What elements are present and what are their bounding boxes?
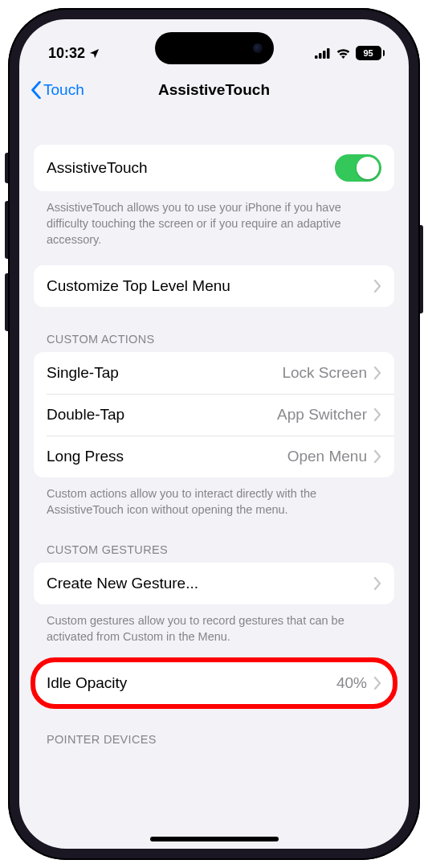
- row-value: App Switcher: [277, 406, 367, 424]
- single-tap-row[interactable]: Single-Tap Lock Screen: [34, 352, 394, 394]
- custom-actions-footer: Custom actions allow you to interact dir…: [34, 477, 394, 518]
- row-label: Double-Tap: [47, 406, 277, 424]
- chevron-right-icon: [373, 280, 381, 293]
- row-label: Idle Opacity: [47, 674, 336, 692]
- chevron-right-icon: [373, 677, 381, 690]
- toggle-switch-on[interactable]: [335, 154, 381, 182]
- svg-rect-0: [315, 55, 318, 59]
- svg-rect-3: [327, 48, 330, 59]
- row-label: Single-Tap: [47, 364, 282, 382]
- status-time: 10:32: [48, 45, 85, 62]
- custom-actions-group: Single-Tap Lock Screen Double-Tap App Sw…: [34, 352, 394, 477]
- pointer-devices-header: Pointer Devices: [34, 704, 394, 752]
- side-button: [420, 225, 423, 313]
- customize-label: Customize Top Level Menu: [47, 277, 373, 295]
- row-label: Create New Gesture...: [47, 575, 373, 592]
- customize-top-level-row[interactable]: Customize Top Level Menu: [34, 265, 394, 307]
- cellular-icon: [315, 47, 331, 59]
- chevron-right-icon: [373, 577, 381, 590]
- custom-actions-header: Custom Actions: [34, 307, 394, 352]
- row-value: Open Menu: [287, 448, 367, 465]
- idle-opacity-highlight: Idle Opacity 40%: [34, 662, 394, 704]
- phone-frame: 10:32: [8, 8, 420, 860]
- volume-down-button: [5, 273, 8, 331]
- row-value: 40%: [336, 674, 367, 692]
- svg-rect-2: [323, 51, 326, 59]
- chevron-right-icon: [373, 366, 381, 379]
- location-icon: [88, 47, 100, 59]
- chevron-left-icon: [31, 81, 42, 99]
- nav-bar: Touch AssistiveTouch: [19, 69, 409, 111]
- home-indicator[interactable]: [150, 837, 279, 841]
- long-press-row[interactable]: Long Press Open Menu: [34, 436, 394, 477]
- mute-switch: [5, 153, 8, 183]
- dynamic-island: [155, 32, 274, 64]
- double-tap-row[interactable]: Double-Tap App Switcher: [34, 394, 394, 436]
- row-value: Lock Screen: [282, 364, 367, 382]
- assistivetouch-label: AssistiveTouch: [47, 159, 335, 177]
- content-scroll[interactable]: AssistiveTouch AssistiveTouch allows you…: [19, 111, 409, 849]
- chevron-right-icon: [373, 408, 381, 421]
- custom-gestures-header: Custom Gestures: [34, 518, 394, 563]
- assistivetouch-toggle-row[interactable]: AssistiveTouch: [34, 145, 394, 191]
- back-button[interactable]: Touch: [31, 81, 84, 99]
- volume-up-button: [5, 201, 8, 259]
- customize-menu-group: Customize Top Level Menu: [34, 265, 394, 307]
- svg-rect-1: [319, 53, 322, 59]
- wifi-icon: [336, 47, 351, 59]
- battery-level: 95: [356, 46, 381, 60]
- screen: 10:32: [19, 19, 409, 849]
- chevron-right-icon: [373, 450, 381, 463]
- back-label: Touch: [43, 81, 84, 99]
- assistivetouch-footer: AssistiveTouch allows you to use your iP…: [34, 191, 394, 248]
- idle-opacity-row[interactable]: Idle Opacity 40%: [34, 662, 394, 704]
- row-label: Long Press: [47, 448, 287, 465]
- custom-gestures-footer: Custom gestures allow you to record gest…: [34, 604, 394, 645]
- assistivetouch-group: AssistiveTouch: [34, 145, 394, 191]
- idle-opacity-group: Idle Opacity 40%: [34, 662, 394, 704]
- custom-gestures-group: Create New Gesture...: [34, 563, 394, 604]
- battery-icon: 95: [356, 46, 385, 60]
- create-new-gesture-row[interactable]: Create New Gesture...: [34, 563, 394, 604]
